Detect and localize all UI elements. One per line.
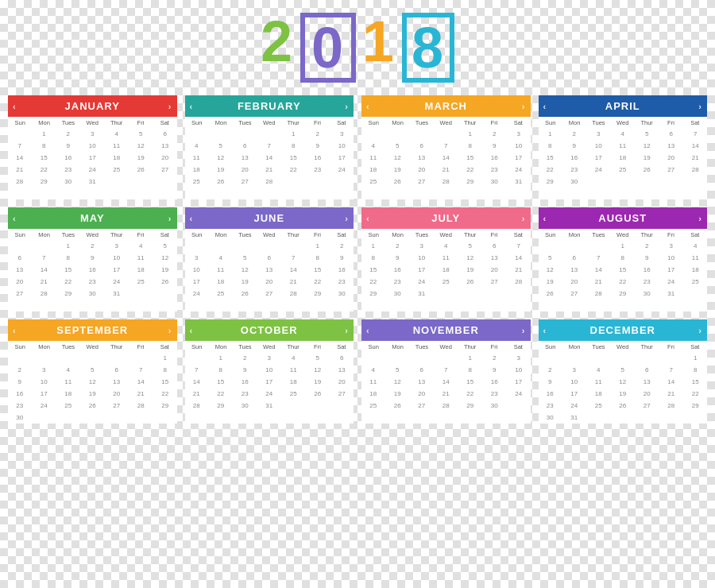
day-cell[interactable]: 29 [361, 288, 385, 300]
day-cell[interactable]: 30 [81, 288, 105, 300]
day-cell[interactable] [659, 353, 683, 364]
day-cell[interactable]: 14 [507, 253, 531, 264]
day-cell[interactable]: 25 [435, 277, 458, 288]
day-cell[interactable]: 1 [611, 241, 635, 252]
day-cell[interactable]: 17 [587, 153, 611, 164]
day-cell[interactable]: 13 [105, 377, 129, 388]
day-cell[interactable]: 6 [234, 141, 257, 152]
day-cell[interactable]: 21 [8, 164, 32, 176]
day-cell[interactable]: 14 [435, 377, 458, 388]
day-cell[interactable]: 20 [562, 277, 586, 288]
prev-month-button[interactable]: ‹ [366, 102, 370, 111]
day-cell[interactable]: 2 [386, 241, 410, 252]
day-cell[interactable]: 21 [129, 389, 153, 400]
day-cell[interactable]: 29 [458, 400, 482, 412]
day-cell[interactable]: 3 [330, 129, 354, 140]
next-month-button[interactable]: › [698, 326, 702, 335]
day-cell[interactable]: 15 [539, 153, 562, 164]
day-cell[interactable]: 21 [257, 164, 281, 176]
day-cell[interactable]: 25 [129, 277, 153, 288]
day-cell[interactable]: 24 [507, 389, 531, 400]
day-cell[interactable]: 29 [684, 400, 708, 412]
day-cell[interactable]: 23 [56, 164, 80, 176]
day-cell[interactable]: 8 [458, 141, 482, 152]
day-cell[interactable]: 18 [611, 153, 635, 164]
day-cell[interactable] [636, 353, 659, 364]
day-cell[interactable]: 28 [507, 277, 531, 288]
day-cell[interactable]: 31 [659, 288, 683, 300]
day-cell[interactable]: 15 [153, 377, 177, 388]
day-cell[interactable]: 28 [33, 288, 56, 300]
prev-month-button[interactable]: ‹ [13, 326, 17, 335]
day-cell[interactable]: 5 [129, 129, 153, 140]
next-month-button[interactable]: › [345, 102, 349, 111]
day-cell[interactable]: 31 [562, 412, 586, 424]
day-cell[interactable]: 1 [56, 241, 80, 252]
day-cell[interactable]: 25 [282, 389, 306, 400]
day-cell[interactable]: 3 [659, 241, 683, 252]
day-cell[interactable]: 30 [636, 288, 659, 300]
day-cell[interactable]: 9 [636, 253, 659, 264]
day-cell[interactable]: 22 [56, 277, 80, 288]
next-month-button[interactable]: › [522, 102, 526, 111]
day-cell[interactable]: 6 [8, 253, 32, 264]
day-cell[interactable]: 6 [257, 253, 281, 264]
day-cell[interactable]: 14 [435, 153, 458, 164]
day-cell[interactable]: 3 [507, 353, 531, 364]
day-cell[interactable]: 4 [185, 141, 209, 152]
day-cell[interactable]: 3 [185, 253, 209, 264]
day-cell[interactable]: 30 [56, 176, 80, 188]
day-cell[interactable]: 1 [153, 353, 177, 364]
day-cell[interactable]: 18 [56, 389, 80, 400]
day-cell[interactable]: 12 [153, 253, 177, 264]
day-cell[interactable]: 29 [611, 288, 635, 300]
day-cell[interactable]: 9 [562, 141, 586, 152]
day-cell[interactable]: 14 [587, 265, 611, 276]
day-cell[interactable]: 15 [611, 265, 635, 276]
day-cell[interactable]: 2 [234, 353, 257, 364]
day-cell[interactable]: 19 [129, 153, 153, 164]
day-cell[interactable]: 21 [185, 389, 209, 400]
day-cell[interactable]: 9 [483, 141, 507, 152]
day-cell[interactable]: 23 [306, 164, 330, 176]
day-cell[interactable]: 15 [209, 377, 233, 388]
prev-month-button[interactable]: ‹ [190, 102, 194, 111]
day-cell[interactable]: 17 [81, 153, 105, 164]
day-cell[interactable]: 13 [153, 141, 177, 152]
day-cell[interactable]: 26 [81, 400, 105, 412]
day-cell[interactable]: 28 [257, 176, 281, 188]
day-cell[interactable]: 22 [209, 389, 233, 400]
prev-month-button[interactable]: ‹ [190, 214, 194, 223]
day-cell[interactable]: 19 [611, 389, 635, 400]
day-cell[interactable]: 12 [636, 141, 659, 152]
day-cell[interactable]: 13 [483, 253, 507, 264]
day-cell[interactable]: 15 [458, 153, 482, 164]
day-cell[interactable]: 16 [539, 389, 562, 400]
day-cell[interactable]: 5 [636, 129, 659, 140]
day-cell[interactable]: 24 [587, 164, 611, 176]
day-cell[interactable]: 31 [105, 288, 129, 300]
day-cell[interactable]: 10 [185, 265, 209, 276]
day-cell[interactable]: 27 [105, 400, 129, 412]
day-cell[interactable]: 16 [234, 377, 257, 388]
day-cell[interactable]: 15 [282, 153, 306, 164]
day-cell[interactable]: 22 [306, 277, 330, 288]
day-cell[interactable]: 21 [435, 164, 458, 176]
day-cell[interactable]: 25 [185, 176, 209, 188]
day-cell[interactable]: 10 [257, 365, 281, 376]
day-cell[interactable]: 11 [435, 253, 458, 264]
day-cell[interactable]: 22 [153, 389, 177, 400]
day-cell[interactable]: 13 [234, 153, 257, 164]
next-month-button[interactable]: › [345, 326, 349, 335]
day-cell[interactable]: 26 [458, 277, 482, 288]
day-cell[interactable]: 17 [410, 265, 434, 276]
day-cell[interactable]: 21 [282, 277, 306, 288]
day-cell[interactable]: 22 [684, 389, 708, 400]
day-cell[interactable]: 20 [8, 277, 32, 288]
day-cell[interactable]: 4 [361, 141, 385, 152]
day-cell[interactable]: 13 [636, 377, 659, 388]
day-cell[interactable]: 27 [330, 389, 354, 400]
day-cell[interactable]: 16 [483, 377, 507, 388]
day-cell[interactable]: 21 [684, 153, 708, 164]
day-cell[interactable]: 1 [684, 353, 708, 364]
